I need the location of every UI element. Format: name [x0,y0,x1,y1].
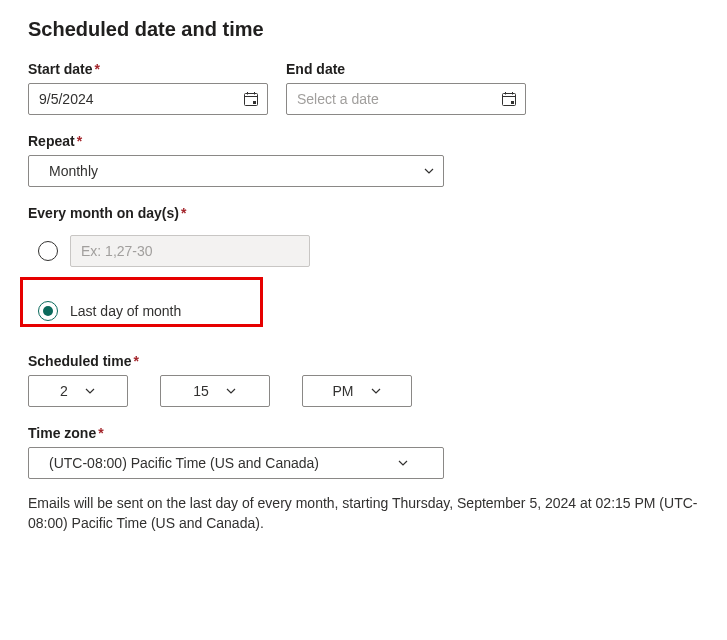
section-title: Scheduled date and time [28,18,699,41]
repeat-label: Repeat* [28,133,444,149]
every-month-label: Every month on day(s)* [28,205,699,221]
timezone-select[interactable]: (UTC-08:00) Pacific Time (US and Canada) [28,447,444,479]
repeat-value: Monthly [49,163,415,179]
timezone-value: (UTC-08:00) Pacific Time (US and Canada) [49,455,389,471]
start-date-value: 9/5/2024 [39,91,235,107]
scheduled-time-label: Scheduled time* [28,353,699,369]
chevron-down-icon [225,385,237,397]
end-date-placeholder: Select a date [297,91,493,107]
end-date-label: End date [286,61,526,77]
start-date-input[interactable]: 9/5/2024 [28,83,268,115]
timezone-label: Time zone* [28,425,444,441]
calendar-icon[interactable] [501,91,517,107]
chevron-down-icon [370,385,382,397]
repeat-select[interactable]: Monthly [28,155,444,187]
svg-rect-9 [511,101,514,104]
end-date-input[interactable]: Select a date [286,83,526,115]
schedule-summary: Emails will be sent on the last day of e… [28,493,699,534]
calendar-icon[interactable] [243,91,259,107]
days-placeholder: Ex: 1,27-30 [81,243,301,259]
radio-days-input[interactable] [38,241,58,261]
svg-rect-4 [253,101,256,104]
chevron-down-icon [84,385,96,397]
ampm-select[interactable]: PM [302,375,412,407]
minute-select[interactable]: 15 [160,375,270,407]
hour-value: 2 [60,383,68,399]
start-date-label: Start date* [28,61,268,77]
radio-last-day-label: Last day of month [70,303,181,319]
days-input[interactable]: Ex: 1,27-30 [70,235,310,267]
chevron-down-icon [423,165,435,177]
minute-value: 15 [193,383,209,399]
hour-select[interactable]: 2 [28,375,128,407]
chevron-down-icon [397,457,409,469]
ampm-value: PM [333,383,354,399]
radio-last-day[interactable] [38,301,58,321]
